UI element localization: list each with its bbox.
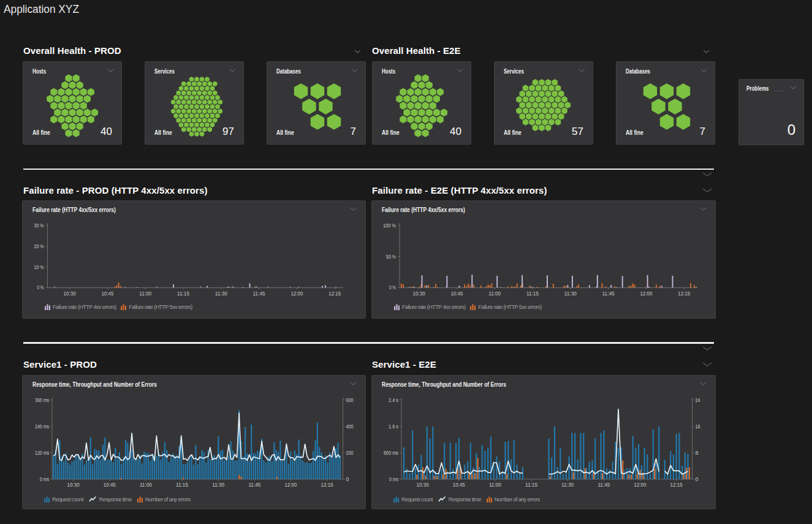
svg-text:12:00: 12:00	[634, 481, 647, 488]
svg-text:10:45: 10:45	[453, 481, 465, 488]
svg-text:360 ms: 360 ms	[35, 397, 49, 403]
svg-text:11:45: 11:45	[248, 481, 260, 488]
svg-text:10:45: 10:45	[104, 481, 116, 488]
svg-text:24: 24	[696, 397, 700, 403]
svg-text:240 ms: 240 ms	[35, 423, 49, 430]
svg-text:10:30: 10:30	[413, 290, 425, 297]
svg-text:11:00: 11:00	[489, 481, 502, 488]
svg-text:11:00: 11:00	[140, 481, 153, 488]
svg-text:100 %: 100 %	[383, 222, 396, 229]
svg-text:12:00: 12:00	[290, 290, 303, 297]
svg-text:200: 200	[346, 449, 354, 456]
svg-text:11:45: 11:45	[602, 290, 615, 297]
svg-text:11:15: 11:15	[526, 290, 539, 297]
svg-text:10:45: 10:45	[450, 290, 463, 297]
svg-text:11:15: 11:15	[525, 481, 537, 488]
svg-text:8: 8	[696, 449, 699, 456]
svg-text:0 ms: 0 ms	[389, 476, 398, 482]
svg-text:2.4 s: 2.4 s	[389, 397, 398, 403]
svg-text:11:30: 11:30	[564, 290, 577, 297]
svg-text:11:30: 11:30	[212, 481, 225, 488]
svg-text:600: 600	[346, 397, 354, 403]
svg-text:10 %: 10 %	[34, 264, 44, 270]
svg-text:0: 0	[696, 476, 699, 482]
svg-text:0 ms: 0 ms	[40, 476, 49, 482]
svg-text:11:00: 11:00	[139, 290, 152, 297]
svg-text:10:30: 10:30	[64, 290, 76, 297]
svg-text:12:15: 12:15	[328, 290, 341, 297]
svg-text:11:15: 11:15	[177, 290, 189, 297]
svg-text:0 %: 0 %	[389, 284, 396, 290]
svg-text:16: 16	[696, 423, 700, 430]
svg-text:10:30: 10:30	[417, 481, 429, 488]
svg-text:1.6 s: 1.6 s	[389, 423, 398, 430]
svg-text:50 %: 50 %	[386, 253, 396, 260]
svg-text:12:15: 12:15	[678, 290, 690, 297]
svg-text:120 ms: 120 ms	[35, 449, 49, 456]
svg-text:800 ms: 800 ms	[384, 449, 398, 456]
svg-text:11:15: 11:15	[176, 481, 188, 488]
svg-text:30 %: 30 %	[34, 222, 44, 229]
svg-text:11:45: 11:45	[253, 290, 265, 297]
svg-text:12:00: 12:00	[285, 481, 297, 488]
svg-text:12:00: 12:00	[640, 290, 652, 297]
svg-text:0 %: 0 %	[37, 284, 44, 290]
svg-text:12:15: 12:15	[670, 481, 683, 488]
svg-text:10:30: 10:30	[67, 481, 80, 488]
svg-text:20 %: 20 %	[34, 243, 44, 249]
svg-text:400: 400	[346, 423, 354, 430]
svg-text:0: 0	[346, 476, 350, 482]
svg-text:10:45: 10:45	[101, 290, 113, 297]
svg-text:12:15: 12:15	[321, 481, 333, 488]
svg-text:11:30: 11:30	[561, 481, 574, 488]
svg-text:11:00: 11:00	[488, 290, 501, 297]
svg-text:11:45: 11:45	[598, 481, 610, 488]
svg-text:11:30: 11:30	[215, 290, 228, 297]
